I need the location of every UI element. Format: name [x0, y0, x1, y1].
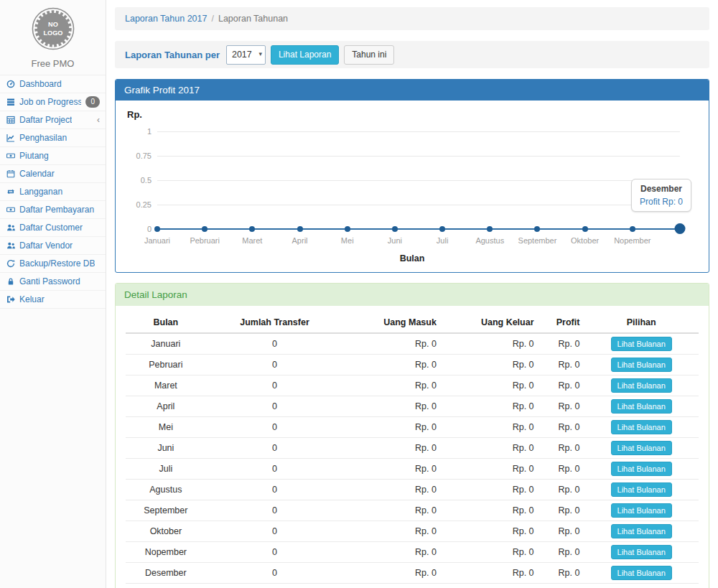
col-header-bulan: Bulan: [126, 312, 206, 333]
cell-uang-keluar: Rp. 0: [441, 542, 538, 563]
retweet-icon: [6, 187, 15, 196]
cell-uang-keluar: Rp. 0: [441, 396, 538, 417]
total-profit: Rp. 0: [538, 584, 584, 588]
lihat-bulanan-button[interactable]: Lihat Bulanan: [611, 482, 672, 497]
sidebar-item-daftar-customer[interactable]: Daftar Customer: [0, 219, 106, 237]
sidebar-item-label: Ganti Password: [19, 276, 80, 287]
sidebar-item-job-on-progress[interactable]: Job on Progress 0: [0, 93, 106, 111]
sidebar-item-label: Dashboard: [19, 78, 62, 90]
x-tick-label: Pebruari: [190, 236, 220, 245]
sidebar-item-langganan[interactable]: Langganan: [0, 183, 106, 201]
table-row: Desember 0 Rp. 0 Rp. 0 Rp. 0 Lihat Bulan…: [126, 563, 699, 584]
cell-bulan: Juli: [126, 459, 206, 480]
table-row: April 0 Rp. 0 Rp. 0 Rp. 0 Lihat Bulanan: [126, 396, 699, 417]
lihat-bulanan-button[interactable]: Lihat Bulanan: [611, 503, 672, 518]
cell-bulan: September: [126, 500, 206, 521]
cell-uang-masuk: Rp. 0: [343, 521, 441, 542]
sidebar-item-penghasilan[interactable]: Penghasilan: [0, 129, 106, 147]
cell-bulan: Agustus: [126, 480, 206, 500]
lihat-bulanan-button[interactable]: Lihat Bulanan: [611, 358, 672, 372]
line-chart-icon: [6, 134, 15, 142]
cell-uang-keluar: Rp. 0: [441, 500, 538, 521]
breadcrumb-link-laporan-tahun[interactable]: Laporan Tahun 2017: [125, 14, 207, 24]
sidebar-item-label: Penghasilan: [19, 132, 67, 144]
cell-uang-keluar: Rp. 0: [441, 480, 538, 500]
col-header-jumlah-transfer: Jumlah Transfer: [206, 312, 344, 333]
cell-uang-keluar: Rp. 0: [441, 333, 538, 355]
sidebar-item-label: Keluar: [19, 294, 45, 305]
breadcrumb-current: Laporan Tahunan: [218, 14, 288, 24]
logo-text-line1: NO: [48, 21, 58, 28]
lihat-bulanan-button[interactable]: Lihat Bulanan: [611, 462, 672, 476]
cell-uang-keluar: Rp. 0: [441, 417, 538, 438]
cell-uang-masuk: Rp. 0: [343, 459, 441, 480]
profit-chart-panel: Grafik Profit 2017 Rp. 1 0.75 0.5 0.25 0…: [115, 79, 709, 273]
cell-profit: Rp. 0: [538, 375, 584, 396]
sidebar-menu: Dashboard Job on Progress 0 Daftar Proje…: [0, 75, 106, 309]
cell-uang-keluar: Rp. 0: [441, 438, 538, 459]
sidebar-item-label: Job on Progress: [19, 96, 81, 108]
chart-tooltip: Desember Profit Rp: 0: [631, 179, 691, 212]
col-header-uang-masuk: Uang Masuk: [343, 312, 441, 333]
breadcrumb-separator: /: [211, 14, 213, 24]
sidebar-item-ganti-password[interactable]: Ganti Password: [0, 273, 106, 291]
sidebar-item-label: Calendar: [19, 168, 55, 179]
sidebar-item-dashboard[interactable]: Dashboard: [0, 75, 106, 93]
sign-out-icon: [6, 295, 15, 304]
lihat-bulanan-button[interactable]: Lihat Bulanan: [611, 545, 672, 559]
x-tick-label: Juni: [388, 236, 402, 245]
cell-profit: Rp. 0: [538, 500, 584, 521]
lihat-bulanan-button[interactable]: Lihat Bulanan: [611, 378, 672, 393]
lihat-bulanan-button[interactable]: Lihat Bulanan: [611, 566, 672, 580]
lihat-laporan-button[interactable]: Lihat Laporan: [271, 45, 339, 65]
cell-jumlah-transfer: 0: [206, 355, 344, 375]
sidebar-item-label: Daftar Pembayaran: [19, 204, 94, 215]
cell-profit: Rp. 0: [538, 417, 584, 438]
cell-uang-keluar: Rp. 0: [441, 375, 538, 396]
col-header-profit: Profit: [538, 312, 584, 333]
year-select[interactable]: 2017: [226, 45, 266, 65]
cell-jumlah-transfer: 0: [206, 396, 344, 417]
cell-bulan: Januari: [126, 333, 206, 355]
cell-bulan: Desember: [126, 563, 206, 584]
table-header-row: Bulan Jumlah Transfer Uang Masuk Uang Ke…: [126, 312, 699, 333]
gridline: [157, 131, 680, 132]
sidebar-item-backup-restore-db[interactable]: Backup/Restore DB: [0, 255, 106, 273]
sidebar-item-calendar[interactable]: Calendar: [0, 165, 106, 183]
total-uang-masuk: Rp. 0: [343, 584, 441, 588]
tooltip-value: Profit Rp: 0: [640, 197, 683, 207]
table-row: Juli 0 Rp. 0 Rp. 0 Rp. 0 Lihat Bulanan: [126, 459, 699, 480]
sidebar-item-daftar-project[interactable]: Daftar Project ‹: [0, 111, 106, 129]
sidebar-item-piutang[interactable]: Piutang: [0, 147, 106, 165]
year-select-wrap: 2017 ▾: [226, 45, 266, 65]
lihat-bulanan-button[interactable]: Lihat Bulanan: [611, 337, 672, 351]
money-icon: [6, 205, 15, 214]
cell-uang-masuk: Rp. 0: [343, 417, 441, 438]
x-tick-label: September: [518, 236, 557, 245]
table-row: Maret 0 Rp. 0 Rp. 0 Rp. 0 Lihat Bulanan: [126, 375, 699, 396]
sidebar-item-daftar-pembayaran[interactable]: Daftar Pembayaran: [0, 201, 106, 219]
lihat-bulanan-button[interactable]: Lihat Bulanan: [611, 420, 672, 434]
cell-uang-masuk: Rp. 0: [343, 438, 441, 459]
cell-bulan: Juni: [126, 438, 206, 459]
cell-jumlah-transfer: 0: [206, 375, 344, 396]
sidebar-item-keluar[interactable]: Keluar: [0, 291, 106, 309]
lihat-bulanan-button[interactable]: Lihat Bulanan: [611, 524, 672, 538]
x-tick-label: Januari: [144, 236, 170, 245]
money-icon: [6, 151, 15, 160]
tahun-ini-button[interactable]: Tahun ini: [344, 45, 394, 65]
x-tick-label: Nopember: [614, 236, 651, 245]
cell-profit: Rp. 0: [538, 542, 584, 563]
cell-uang-masuk: Rp. 0: [343, 500, 441, 521]
page: NO LOGO Free PMO Dashboard Job on Progre…: [0, 0, 718, 588]
logo-box: NO LOGO Free PMO: [0, 0, 106, 75]
no-logo-badge: NO LOGO: [31, 6, 75, 51]
cell-jumlah-transfer: 0: [206, 521, 344, 542]
sidebar-item-daftar-vendor[interactable]: Daftar Vendor: [0, 237, 106, 255]
filter-label: Laporan Tahunan per: [125, 50, 220, 60]
gridline: [157, 156, 680, 157]
lihat-bulanan-button[interactable]: Lihat Bulanan: [611, 441, 672, 455]
lihat-bulanan-button[interactable]: Lihat Bulanan: [611, 399, 672, 414]
tooltip-title: Desember: [640, 184, 683, 194]
cell-profit: Rp. 0: [538, 396, 584, 417]
